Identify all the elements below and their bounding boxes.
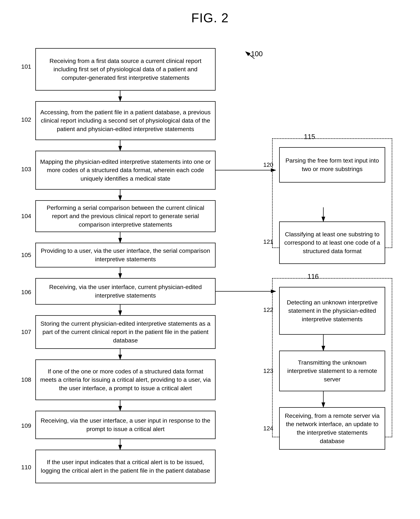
box-106: Receiving, via the user interface, curre… bbox=[35, 278, 216, 305]
box-104: Performing a serial comparison between t… bbox=[35, 200, 216, 232]
label-102: 102 bbox=[21, 116, 31, 123]
box-110: If the user input indicates that a criti… bbox=[35, 450, 216, 483]
label-107: 107 bbox=[21, 328, 31, 335]
box-108: If one of the one or more codes of a str… bbox=[35, 359, 216, 400]
label-121: 121 bbox=[263, 238, 273, 245]
box-107: Storing the current physician-edited int… bbox=[35, 315, 216, 349]
box-105: Providing to a user, via the user interf… bbox=[35, 243, 216, 267]
box-120: Parsing the free form text input into tw… bbox=[279, 147, 385, 183]
label-115: 115 bbox=[304, 133, 315, 141]
box-122: Detecting an unknown interpretive statem… bbox=[279, 287, 385, 335]
svg-line-16 bbox=[246, 52, 255, 59]
label-120: 120 bbox=[263, 161, 273, 168]
label-104: 104 bbox=[21, 213, 31, 219]
label-103: 103 bbox=[21, 166, 31, 173]
box-101: Receiving from a first data source a cur… bbox=[35, 48, 216, 91]
box-121: Classifying at least one substring to co… bbox=[279, 221, 385, 264]
box-102: Accessing, from the patient file in a pa… bbox=[35, 101, 216, 140]
label-108: 108 bbox=[21, 376, 31, 383]
box-123: Transmitting the unknown interpretive st… bbox=[279, 351, 385, 391]
label-124: 124 bbox=[263, 425, 273, 432]
box-109: Receiving, via the user interface, a use… bbox=[35, 411, 216, 439]
box-124: Receiving, from a remote server via the … bbox=[279, 407, 385, 450]
page-title: FIG. 2 bbox=[0, 0, 420, 34]
label-122: 122 bbox=[263, 306, 273, 313]
label-106: 106 bbox=[21, 289, 31, 296]
label-109: 109 bbox=[21, 422, 31, 429]
box-103: Mapping the physician-edited interpretiv… bbox=[35, 151, 216, 190]
label-110: 110 bbox=[21, 464, 31, 471]
label-105: 105 bbox=[21, 252, 31, 258]
label-123: 123 bbox=[263, 367, 273, 374]
label-116: 116 bbox=[308, 273, 319, 280]
label-101: 101 bbox=[21, 63, 31, 70]
